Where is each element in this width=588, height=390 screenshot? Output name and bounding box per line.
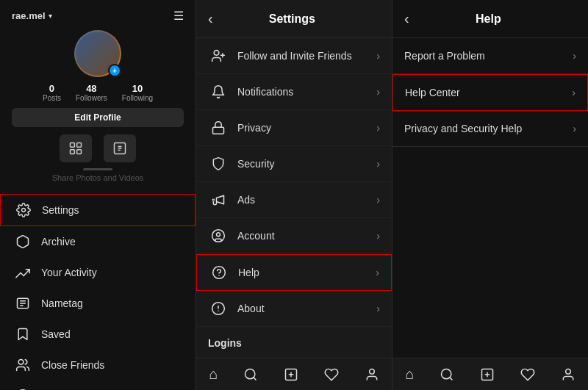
bottom-nav-right: ⌂ [392,358,588,390]
ads-chevron: › [376,194,380,206]
help-center-chevron: › [572,87,576,98]
svg-rect-0 [71,143,75,148]
profile-section: rae.mel ▾ ☰ + 0 Posts 48 Followers 10 Fo… [0,0,196,194]
menu-item-activity[interactable]: Your Activity [0,257,196,288]
settings-item-notifications[interactable]: Notifications › [196,74,392,110]
plus-square-icon-right[interactable] [480,367,495,382]
menu-nametag-label: Nametag [41,297,83,309]
svg-point-7 [18,360,24,365]
settings-item-help[interactable]: Help › [196,254,392,291]
help-header: ‹ Help [392,0,588,38]
menu-item-settings[interactable]: Settings [0,194,196,226]
profile-top: rae.mel ▾ ☰ [12,9,184,23]
bell-icon [208,84,229,99]
help-item-privacy[interactable]: Privacy and Security Help › [392,111,588,147]
share-text: Share Photos and Videos [52,173,144,182]
menu-item-archive[interactable]: Archive [0,226,196,257]
settings-item-about[interactable]: About › [196,291,392,327]
privacy-help-label: Privacy and Security Help [404,123,573,134]
divider [83,168,112,170]
help-item-center[interactable]: Help Center › [392,74,588,111]
search-icon-right[interactable] [440,367,454,382]
help-back-button[interactable]: ‹ [404,10,409,27]
chevron-down-icon: ▾ [49,12,52,20]
close-friends-icon [15,358,31,372]
menu-activity-label: Your Activity [41,267,97,278]
follow-label: Follow and Invite Friends [237,50,376,62]
hamburger-icon[interactable]: ☰ [173,9,184,23]
grid-icon-box[interactable] [60,134,92,162]
account-chevron: › [376,230,380,242]
svg-point-26 [369,369,374,374]
menu-saved-label: Saved [41,328,71,340]
heart-icon[interactable] [324,367,339,382]
security-chevron: › [376,158,380,170]
back-button[interactable]: ‹ [208,10,213,27]
help-item-report[interactable]: Report a Problem › [392,38,588,74]
megaphone-icon [208,192,229,207]
stat-followers: 48 Followers [76,83,107,102]
home-icon-right[interactable]: ⌂ [405,366,414,383]
menu-item-close-friends[interactable]: Close Friends [0,350,196,380]
stat-following: 10 Following [122,83,153,102]
settings-item-privacy[interactable]: Privacy › [196,110,392,146]
profile-icon[interactable] [365,367,379,382]
avatar-badge: + [108,64,121,77]
menu-item-discover[interactable]: Discover People [0,380,196,390]
about-label: About [237,303,376,314]
settings-title: Settings [222,12,362,26]
stat-posts: 0 Posts [43,83,61,102]
left-panel: rae.mel ▾ ☰ + 0 Posts 48 Followers 10 Fo… [0,0,196,390]
menu-item-saved[interactable]: Saved [0,319,196,350]
menu-list: Settings Archive Your Activity Nametag [0,194,196,390]
right-panel: ‹ Help Report a Problem › Help Center › … [392,0,588,390]
archive-icon [15,234,31,249]
privacy-label: Privacy [237,122,376,134]
svg-line-28 [450,377,453,380]
heart-icon-right[interactable] [520,367,535,382]
bottom-nav-middle: ⌂ [196,358,392,390]
help-title: Help [418,12,559,26]
settings-item-account[interactable]: Account › [196,218,392,254]
avatar: + [74,30,121,77]
settings-item-security[interactable]: Security › [196,146,392,182]
plus-square-icon[interactable] [284,367,298,382]
svg-point-27 [442,369,451,378]
svg-rect-3 [77,150,82,154]
help-center-label: Help Center [405,87,572,98]
notifications-label: Notifications [237,86,376,98]
help-icon [209,265,229,280]
icon-row [60,134,136,162]
svg-rect-1 [77,143,82,148]
settings-icon [15,203,32,217]
menu-close-friends-label: Close Friends [41,359,104,371]
svg-point-5 [22,209,26,212]
svg-line-22 [254,377,257,380]
svg-point-16 [213,267,226,279]
menu-item-nametag[interactable]: Nametag [0,288,196,319]
lock-icon [208,120,229,135]
settings-item-ads[interactable]: Ads › [196,182,392,218]
saved-icon [15,327,31,342]
security-label: Security [237,158,376,170]
settings-list: Follow and Invite Friends › Notification… [196,38,392,358]
home-icon[interactable]: ⌂ [209,366,218,383]
help-list: Report a Problem › Help Center › Privacy… [392,38,588,198]
about-chevron: › [376,303,380,314]
svg-point-15 [217,233,220,236]
search-icon[interactable] [243,367,258,382]
tag-icon-box[interactable] [104,134,136,162]
profile-icon-right[interactable] [561,367,576,382]
logins-section-header: Logins [196,327,392,353]
svg-point-21 [245,369,255,378]
svg-point-32 [565,369,570,374]
person-plus-icon [208,48,229,63]
edit-profile-button[interactable]: Edit Profile [12,108,184,127]
settings-item-follow[interactable]: Follow and Invite Friends › [196,38,392,74]
privacy-help-chevron: › [573,123,576,134]
report-label: Report a Problem [404,50,573,62]
follow-chevron: › [376,50,380,62]
privacy-chevron: › [376,122,380,134]
svg-rect-13 [213,127,224,134]
ads-label: Ads [237,194,376,206]
